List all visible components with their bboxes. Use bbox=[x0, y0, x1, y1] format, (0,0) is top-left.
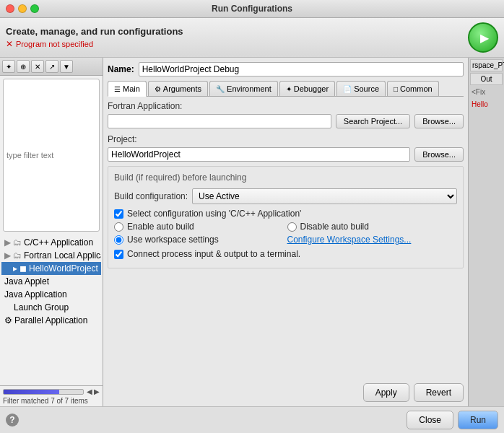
nav-arrows: ◀ ▶ bbox=[87, 388, 100, 395]
apply-button[interactable]: Apply bbox=[363, 383, 409, 402]
enable-auto-build-row: Enable auto build bbox=[114, 222, 284, 232]
tab-common[interactable]: □ Common bbox=[387, 81, 439, 96]
new-config-button[interactable]: ✦ bbox=[2, 60, 15, 73]
enable-auto-build-radio[interactable] bbox=[114, 222, 123, 232]
tree-item-java-app[interactable]: Java Application bbox=[1, 288, 101, 301]
configure-workspace-link[interactable]: Configure Workspace Settings... bbox=[287, 235, 412, 245]
error-message: ✕ Program not specified bbox=[6, 39, 468, 49]
select-config-row: Select configuration using 'C/C++ Applic… bbox=[114, 209, 457, 219]
auto-build-grid: Enable auto build Disable auto build Use… bbox=[114, 222, 457, 245]
connect-row: Connect process input & output to a term… bbox=[114, 249, 457, 259]
browse-button-1[interactable]: Browse... bbox=[414, 114, 464, 128]
build-config-select[interactable]: Use Active bbox=[192, 188, 457, 204]
project-row: Browse... bbox=[108, 147, 464, 162]
tab-arguments[interactable]: ⚙ Arguments bbox=[148, 81, 208, 96]
run-button[interactable]: Run bbox=[458, 411, 498, 429]
build-config-box: Build (if required) before launching Bui… bbox=[108, 166, 464, 268]
debugger-tab-icon: ✦ bbox=[286, 85, 292, 93]
bottom-buttons: Apply Revert bbox=[108, 379, 464, 402]
main-container: ✦ ⊕ ✕ ↗ ▼ ▶ 🗂 C/C++ Application ▶ 🗂 Fort… bbox=[0, 58, 504, 406]
right-sidebar-label3: <Fix bbox=[470, 87, 503, 97]
top-info-bar: Create, manage, and run configurations ✕… bbox=[0, 18, 504, 58]
tree-item-launch-group[interactable]: Launch Group bbox=[1, 301, 101, 314]
tree-item-parallel[interactable]: ⚙ Parallel Application bbox=[1, 314, 101, 327]
disable-auto-build-radio[interactable] bbox=[287, 222, 297, 232]
revert-button[interactable]: Revert bbox=[414, 383, 464, 402]
filter-input[interactable] bbox=[3, 79, 100, 232]
build-config-label: Build configuration: bbox=[114, 191, 188, 201]
traffic-lights bbox=[6, 4, 39, 13]
tab-debugger[interactable]: ✦ Debugger bbox=[279, 81, 335, 96]
configure-workspace-row: Configure Workspace Settings... bbox=[287, 235, 458, 245]
tree-item-applet[interactable]: Java Applet bbox=[1, 275, 101, 288]
help-button[interactable]: ? bbox=[6, 414, 19, 427]
run-button-large[interactable] bbox=[468, 22, 498, 53]
environment-tab-icon: 🔧 bbox=[216, 85, 225, 93]
filter-status: Filter matched 7 of 7 items bbox=[3, 397, 100, 405]
disable-auto-build-row: Disable auto build bbox=[287, 222, 458, 232]
enable-auto-build-label: Enable auto build bbox=[127, 222, 194, 232]
left-panel: ✦ ⊕ ✕ ↗ ▼ ▶ 🗂 C/C++ Application ▶ 🗂 Fort… bbox=[0, 58, 103, 406]
project-label: Project: bbox=[108, 134, 464, 144]
config-content: Fortran Application: Search Project... B… bbox=[108, 101, 464, 379]
fortran-section: Fortran Application: Search Project... B… bbox=[108, 101, 464, 128]
next-arrow[interactable]: ▶ bbox=[94, 388, 100, 395]
use-workspace-row: Use workspace settings bbox=[114, 235, 284, 245]
fortran-label: Fortran Application: bbox=[108, 101, 464, 111]
duplicate-button[interactable]: ⊕ bbox=[17, 60, 30, 73]
project-section: Project: Browse... bbox=[108, 134, 464, 162]
maximize-button[interactable] bbox=[30, 4, 39, 13]
build-config-row: Build configuration: Use Active bbox=[114, 188, 457, 204]
error-icon: ✕ bbox=[6, 39, 13, 49]
right-sidebar-label4: Hello bbox=[470, 99, 503, 110]
tree-item-fortran[interactable]: ▶ 🗂 Fortran Local Applicat bbox=[1, 249, 101, 262]
use-workspace-radio[interactable] bbox=[114, 235, 123, 245]
title-bar: Run Configurations bbox=[0, 0, 504, 18]
tree-item-helloworld[interactable]: ▸ ◼ HelloWorldProject D bbox=[1, 262, 101, 275]
progress-bar bbox=[4, 390, 59, 394]
right-panel: Name: ☰ Main ⚙ Arguments 🔧 Environment ✦… bbox=[103, 58, 468, 406]
main-tab-icon: ☰ bbox=[114, 85, 121, 93]
close-button[interactable] bbox=[6, 4, 14, 13]
name-row: Name: bbox=[108, 62, 464, 76]
left-footer: ◀ ▶ Filter matched 7 of 7 items bbox=[0, 385, 103, 406]
project-input[interactable] bbox=[108, 147, 410, 162]
use-workspace-label: Use workspace settings bbox=[127, 235, 219, 245]
right-sidebar-tab2[interactable]: Out bbox=[470, 73, 503, 85]
name-label: Name: bbox=[108, 64, 134, 74]
right-sidebar-tab1[interactable]: rspace_PT bbox=[470, 59, 503, 71]
tab-source[interactable]: 📄 Source bbox=[336, 81, 386, 96]
left-toolbar: ✦ ⊕ ✕ ↗ ▼ bbox=[0, 58, 103, 76]
build-section-label: Build (if required) before launching bbox=[114, 172, 457, 184]
disable-auto-build-label: Disable auto build bbox=[300, 222, 369, 232]
tab-main[interactable]: ☰ Main bbox=[108, 81, 147, 97]
prev-arrow[interactable]: ◀ bbox=[87, 388, 92, 395]
right-sidebar: rspace_PT Out <Fix Hello bbox=[468, 58, 504, 406]
connect-checkbox[interactable] bbox=[114, 250, 123, 259]
tree-area: ▶ 🗂 C/C++ Application ▶ 🗂 Fortran Local … bbox=[0, 235, 103, 386]
minimize-button[interactable] bbox=[18, 4, 27, 13]
select-config-label: Select configuration using 'C/C++ Applic… bbox=[127, 209, 301, 219]
tabs-row: ☰ Main ⚙ Arguments 🔧 Environment ✦ Debug… bbox=[108, 81, 464, 97]
browse-button-2[interactable]: Browse... bbox=[414, 147, 464, 162]
delete-button[interactable]: ✕ bbox=[31, 60, 44, 73]
export-button[interactable]: ↗ bbox=[45, 60, 58, 73]
close-button[interactable]: Close bbox=[407, 411, 453, 429]
top-heading: Create, manage, and run configurations bbox=[6, 26, 468, 37]
window-title: Run Configurations bbox=[212, 4, 292, 14]
source-tab-icon: 📄 bbox=[343, 85, 352, 93]
name-input[interactable] bbox=[139, 62, 464, 76]
collapse-button[interactable]: ▼ bbox=[60, 60, 73, 73]
footer-buttons: Close Run bbox=[407, 411, 498, 429]
tree-item-cpp[interactable]: ▶ 🗂 C/C++ Application bbox=[1, 236, 101, 249]
dialog-footer: ? Close Run bbox=[0, 406, 504, 433]
fortran-input[interactable] bbox=[108, 114, 331, 128]
arguments-tab-icon: ⚙ bbox=[155, 85, 161, 93]
select-config-checkbox[interactable] bbox=[114, 209, 123, 219]
connect-label: Connect process input & output to a term… bbox=[127, 249, 300, 259]
search-project-button[interactable]: Search Project... bbox=[336, 114, 410, 128]
tab-environment[interactable]: 🔧 Environment bbox=[209, 81, 278, 96]
fortran-row: Search Project... Browse... bbox=[108, 114, 464, 128]
common-tab-icon: □ bbox=[394, 85, 398, 93]
